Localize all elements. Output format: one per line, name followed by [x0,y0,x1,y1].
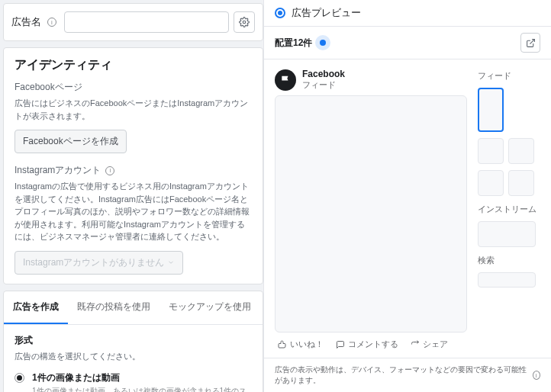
svg-point-0 [243,21,246,24]
format-desc: 広告の構造を選択してください。 [14,350,252,363]
placement-thumb[interactable] [508,170,534,196]
side-label-feed: フィード [478,70,540,82]
preview-header: 広告プレビュー [264,0,551,27]
fb-page-desc: 広告にはビジネスのFacebookページまたはInstagramアカウントが表示… [14,97,252,122]
indicator-dot [320,40,326,46]
chevron-down-icon [167,259,175,266]
share-button[interactable]: シェア [411,339,448,350]
side-label-instream: インストリーム [478,204,540,215]
format-title: 形式 [14,334,252,347]
placement-count: 配置12件 [275,37,312,50]
preview-body: Facebook フィード いいね！ コメントする シェア [264,59,551,358]
preview-title: 広告プレビュー [292,6,361,20]
tab-mockup[interactable]: モックアップを使用 [160,291,260,324]
preview-placeholder [275,95,467,333]
gear-icon [239,17,250,27]
right-column: 広告プレビュー 配置12件 Facebook フィード いい [263,0,551,392]
placement-thumb-instream[interactable] [478,221,536,247]
info-icon[interactable]: i [105,166,114,175]
comment-button[interactable]: コメントする [336,339,398,350]
placement-bar: 配置12件 [264,27,551,59]
radio-checked-icon[interactable] [275,8,285,18]
creative-card: 広告を作成 既存の投稿を使用 モックアップを使用 形式 広告の構造を選択してくだ… [3,291,263,393]
create-fb-page-button[interactable]: Facebookページを作成 [14,130,127,153]
preview-main: Facebook フィード いいね！ コメントする シェア [275,69,467,352]
like-icon [278,340,287,349]
fb-sub: フィード [302,79,345,91]
open-external-button[interactable] [520,33,540,53]
side-label-search: 検索 [478,255,540,266]
ad-name-card: 広告名 i [3,3,263,41]
fb-page-label: Facebookページ [14,81,252,94]
format-option-single[interactable]: 1件の画像または動画 1件の画像または動画、あるいは複数の画像が含まれる1件のス… [14,367,252,392]
tab-create-ad[interactable]: 広告を作成 [4,291,68,324]
comment-icon [336,340,345,349]
ad-name-label: 広告名 [11,15,41,29]
share-icon [411,340,420,349]
no-ig-account-button: Instagramアカウントがありません [14,251,183,275]
fb-post-header: Facebook フィード [275,69,467,91]
gear-button[interactable] [234,11,255,33]
placement-thumb-search[interactable] [478,272,536,288]
identity-card: アイデンティティ Facebookページ 広告にはビジネスのFacebookペー… [3,47,263,284]
radio-icon [14,373,24,383]
avatar [275,69,296,91]
tab-existing-post[interactable]: 既存の投稿を使用 [68,291,160,324]
ad-name-input[interactable] [64,11,229,33]
flag-icon [280,75,291,85]
preview-actions: いいね！ コメントする シェア [275,333,467,352]
ig-account-desc: Instagramの広告で使用するビジネス用のInstagramアカウントを選択… [14,180,252,243]
external-link-icon [526,38,536,48]
preview-sidebar: フィード インストリーム 検索 [478,69,540,352]
creative-tabs: 広告を作成 既存の投稿を使用 モックアップを使用 [4,291,263,325]
info-icon[interactable]: i [533,371,541,380]
like-button[interactable]: いいね！ [278,339,324,350]
placement-thumb[interactable] [478,138,504,164]
identity-title: アイデンティティ [14,57,252,73]
placement-thumb-feed-1[interactable] [478,88,504,132]
placement-thumb[interactable] [478,170,504,196]
svg-line-1 [530,39,534,43]
preview-footer: 広告の表示や動作は、デバイス、フォーマットなどの要因で変わる可能性があります。 … [264,358,551,392]
ig-account-label: Instagramアカウント i [14,164,252,177]
fb-name: Facebook [302,69,345,79]
left-column: 広告名 i アイデンティティ Facebookページ 広告にはビジネスのFace… [0,0,263,392]
placement-thumb[interactable] [508,138,534,164]
info-icon[interactable]: i [47,18,56,27]
